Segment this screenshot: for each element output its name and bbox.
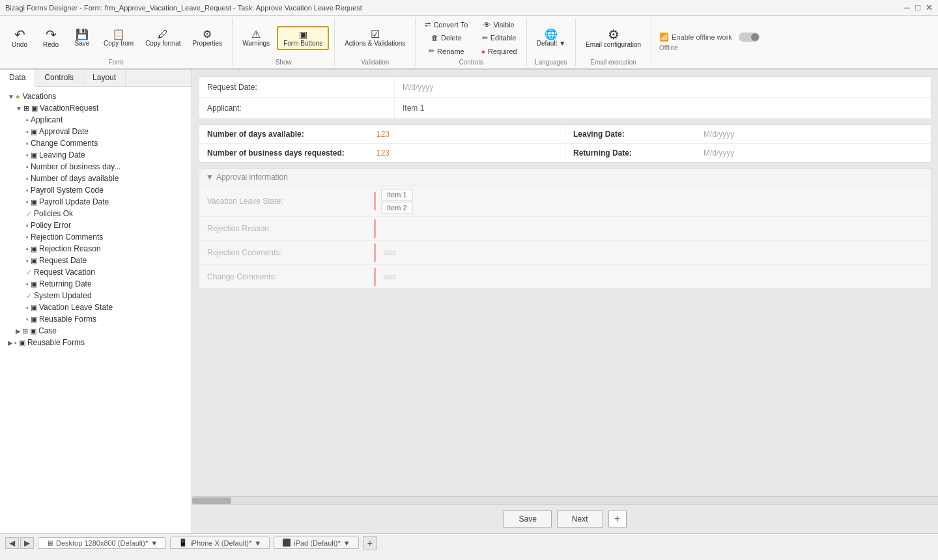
leaving-date-form-label: Leaving Date: [565,125,696,143]
warnings-icon: ⚠ [251,29,261,40]
applicant-icon: ▪ [26,116,29,124]
num-business-days-label: Number of business day... [31,162,121,171]
tab-data[interactable]: Data [0,70,35,87]
ribbon-group-validation: ☑ Actions & Validations Validation [335,18,416,66]
add-form-button[interactable]: + [608,510,627,528]
tree-item-vacations[interactable]: ▼ ● Vacations [0,91,192,102]
case-sub-icon: ▣ [30,327,36,335]
tree-item-payroll-update-date[interactable]: ▪ ▣ Payroll Update Date [0,196,192,208]
visible-button[interactable]: 👁 Visible [477,19,520,31]
close-button[interactable]: ✕ [926,3,933,12]
tree-item-reusable-forms-child[interactable]: ▪ ▣ Reusable Forms [0,313,192,325]
tree-item-returning-date[interactable]: ▪ ▣ Returning Date [0,278,192,290]
tree-item-change-comments[interactable]: ▪ Change Comments [0,137,192,149]
tree-item-system-updated[interactable]: ✓ System Updated [0,290,192,301]
tree-item-policies-ok[interactable]: ✓ Policies Ok [0,208,192,219]
add-device-button[interactable]: + [363,536,377,550]
tab-controls[interactable]: Controls [35,70,83,86]
reusable-forms-top-icon: ▪ [14,339,17,346]
desktop-icon: 🖥 [46,539,53,547]
payroll-system-label: Payroll System Code [31,186,104,195]
redo-button[interactable]: ↷ Redo [36,25,65,51]
iphone-icon: 📱 [178,539,188,547]
tree-item-vacation-leave-state[interactable]: ▪ ▣ Vacation Leave State [0,301,192,313]
vacation-state-item1[interactable]: Item 1 [381,189,413,201]
vacation-request-sub-icon: ▣ [31,104,38,113]
tree-item-request-date[interactable]: ▪ ▣ Request Date [0,255,192,266]
vacation-state-item2[interactable]: Item 2 [381,202,413,214]
device-tab-desktop[interactable]: 🖥 Desktop 1280x800 (Default)* ▼ [38,537,166,549]
copy-format-button[interactable]: 🖊 Copy format [141,27,185,49]
rejection-reason-form-label: Rejection Reason: [199,217,369,240]
default-language-button[interactable]: 🌐 Default ▼ [532,27,570,49]
title-bar-controls: ─ □ ✕ [904,3,933,12]
tab-layout[interactable]: Layout [83,70,126,86]
delete-icon: 🗑 [431,34,438,42]
approval-section-title: Approval information [216,173,288,182]
ribbon-group-offline: 📶 Enable offline work Offline [651,18,767,66]
controls-col1: ⇌ Convert To 🗑 Delete ✏ Rename [421,18,472,57]
payroll-update-label: Payroll Update Date [39,197,109,206]
copy-from-icon: 📋 [112,29,125,40]
save-ribbon-button[interactable]: 💾 Save [68,27,96,49]
ipad-dropdown-icon[interactable]: ▼ [343,539,350,547]
device-tab-iphone[interactable]: 📱 iPhone X (Default)* ▼ [170,537,270,549]
days-dates-card: Number of days available: 123 Leaving Da… [199,124,931,163]
scrollbar-thumb[interactable] [192,497,231,504]
tree-item-leaving-date[interactable]: ▪ ▣ Leaving Date [0,149,192,161]
device-tab-ipad[interactable]: ⬛ iPad (Default)* ▼ [274,537,358,549]
tree-item-approval-date[interactable]: ▪ ▣ Approval Date [0,126,192,137]
editable-button[interactable]: ✏ Editable [477,32,520,44]
email-config-button[interactable]: ⚙ Email configuration [581,25,646,51]
next-form-button[interactable]: Next [557,510,603,528]
rejection-reason-label: Rejection Reason [39,244,101,253]
tree-item-rejection-reason[interactable]: ▪ ▣ Rejection Reason [0,243,192,255]
desktop-label: Desktop 1280x800 (Default)* [56,539,148,547]
tree-item-vacation-request[interactable]: ▼ ⊞ ▣ VacationRequest [0,102,192,114]
policy-error-label: Policy Error [31,221,71,230]
undo-button[interactable]: ↶ Undo [5,25,34,51]
required-button[interactable]: ● Required [477,46,520,57]
tree-item-reusable-forms-top[interactable]: ▶ ▪ ▣ Reusable Forms [0,337,192,348]
ribbon-group-languages: 🌐 Default ▼ Languages [527,18,576,66]
rename-button[interactable]: ✏ Rename [421,45,472,57]
iphone-dropdown-icon[interactable]: ▼ [254,539,261,547]
tree-item-num-business-days[interactable]: ▪ Number of business day... [0,161,192,173]
delete-button[interactable]: 🗑 Delete [421,32,472,44]
nav-forward-button[interactable]: ▶ [20,537,34,549]
returning-date-form-value: M/d/yyyy [696,144,931,162]
tree-item-request-vacation[interactable]: ✓ Request Vacation [0,266,192,278]
returning-date-cal-icon: ▣ [31,280,37,288]
num-days-label: Number of days available [31,174,119,183]
copy-from-button[interactable]: 📋 Copy from [99,27,138,49]
form-buttons-label: Form Buttons [283,40,322,47]
tree-item-num-days-available[interactable]: ▪ Number of days available [0,173,192,184]
nav-back-button[interactable]: ◀ [5,537,19,549]
warnings-button[interactable]: ⚠ Warnings [238,27,274,49]
tree-item-applicant[interactable]: ▪ Applicant [0,114,192,126]
convert-to-button[interactable]: ⇌ Convert To [421,18,472,31]
vacation-leave-state-row: Vacation Leave State: Item 1 Item 2 [199,186,931,217]
applicant-form-value: Item 1 [395,98,931,119]
minimize-button[interactable]: ─ [904,3,910,12]
reusable-forms-top-label: Reusable Forms [27,338,85,347]
num-days-available-label: Number of days available: [199,125,369,143]
approval-collapse-icon[interactable]: ▼ [206,173,214,182]
actions-validations-button[interactable]: ☑ Actions & Validations [340,27,410,49]
save-form-button[interactable]: Save [504,510,551,528]
panel-tabs: Data Controls Layout [0,70,192,87]
tree-item-case[interactable]: ▶ ⊞ ▣ Case [0,325,192,337]
copy-format-icon: 🖊 [158,29,168,40]
tree-item-payroll-system-code[interactable]: ▪ Payroll System Code [0,184,192,196]
offline-toggle[interactable] [739,33,760,42]
maximize-button[interactable]: □ [915,3,920,12]
horizontal-scrollbar[interactable] [192,496,938,504]
desktop-dropdown-icon[interactable]: ▼ [150,539,158,547]
ipad-icon: ⬛ [282,539,291,547]
tree-item-policy-error[interactable]: ▪ Policy Error [0,219,192,231]
validation-group-buttons: ☑ Actions & Validations [340,18,410,57]
tree-item-rejection-comments[interactable]: ▪ Rejection Comments [0,231,192,243]
properties-label: Properties [193,40,223,47]
form-buttons-button[interactable]: ▣ Form Buttons [277,26,329,50]
properties-button[interactable]: ⚙ Properties [188,27,227,49]
